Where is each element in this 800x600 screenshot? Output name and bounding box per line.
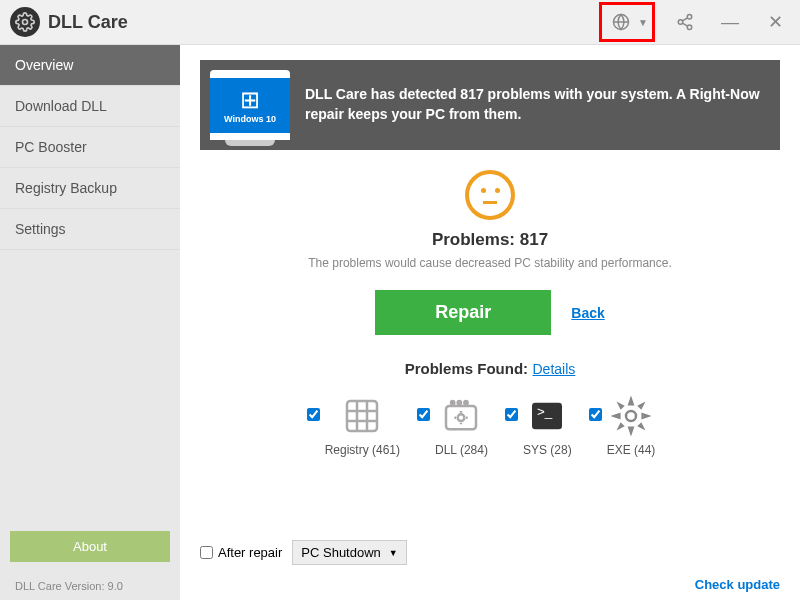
dropdown-value: PC Shutdown (301, 545, 381, 560)
category-label: SYS (28) (523, 443, 572, 457)
after-repair-text: After repair (218, 545, 282, 560)
svg-rect-8 (347, 401, 377, 431)
globe-icon[interactable] (606, 7, 636, 37)
windows-logo-icon: ⊞ (240, 86, 260, 114)
svg-point-15 (458, 401, 461, 404)
problems-description: The problems would cause decreased PC st… (200, 256, 780, 270)
sys-icon: >_ (525, 393, 570, 438)
after-repair-checkbox[interactable] (200, 546, 213, 559)
share-icon[interactable] (670, 7, 700, 37)
sidebar-item-overview[interactable]: Overview (0, 45, 180, 86)
sidebar-item-pc-booster[interactable]: PC Booster (0, 127, 180, 168)
titlebar-buttons: ▼ — ✕ (599, 2, 790, 42)
sidebar: Overview Download DLL PC Booster Registr… (0, 45, 180, 600)
problems-found-section: Problems Found: Details Registry (461) D… (200, 360, 780, 457)
monitor-icon: ⊞ Windows 10 (210, 70, 290, 140)
svg-line-7 (682, 18, 687, 21)
svg-rect-13 (446, 406, 476, 429)
svg-point-17 (458, 414, 465, 421)
after-repair-dropdown[interactable]: PC Shutdown ▼ (292, 540, 406, 565)
main-content: ⊞ Windows 10 DLL Care has detected 817 p… (180, 45, 800, 600)
chevron-down-icon[interactable]: ▼ (638, 17, 648, 28)
svg-point-3 (687, 15, 692, 20)
center-area: Problems: 817 The problems would cause d… (200, 170, 780, 335)
repair-button[interactable]: Repair (375, 290, 551, 335)
category-registry: Registry (461) (325, 393, 400, 457)
category-label: DLL (284) (435, 443, 488, 457)
language-button-highlight: ▼ (599, 2, 655, 42)
svg-point-20 (626, 411, 636, 421)
action-row: Repair Back (200, 290, 780, 335)
neutral-face-icon (465, 170, 515, 220)
svg-text:>_: >_ (537, 404, 553, 419)
details-link[interactable]: Details (533, 361, 576, 377)
svg-point-5 (687, 25, 692, 30)
version-label: DLL Care Version: 9.0 (0, 572, 180, 600)
sidebar-label: Settings (15, 221, 66, 237)
category-label: EXE (44) (607, 443, 656, 457)
minimize-button[interactable]: — (715, 7, 745, 37)
sidebar-label: Download DLL (15, 98, 107, 114)
after-repair-row: After repair PC Shutdown ▼ (200, 540, 407, 565)
detection-banner: ⊞ Windows 10 DLL Care has detected 817 p… (200, 60, 780, 150)
sidebar-item-download-dll[interactable]: Download DLL (0, 86, 180, 127)
sidebar-label: Overview (15, 57, 73, 73)
titlebar: DLL Care ▼ — ✕ (0, 0, 800, 45)
sidebar-label: PC Booster (15, 139, 87, 155)
chevron-down-icon: ▼ (389, 548, 398, 558)
svg-point-0 (23, 20, 28, 25)
category-exe: EXE (44) (607, 393, 656, 457)
category-list: Registry (461) DLL (284) >_ SYS (28) (200, 393, 780, 457)
after-repair-checkbox-label[interactable]: After repair (200, 545, 282, 560)
dll-icon (439, 393, 484, 438)
found-title: Problems Found: (405, 360, 528, 377)
sidebar-spacer (0, 250, 180, 521)
about-button[interactable]: About (10, 531, 170, 562)
registry-checkbox[interactable] (307, 408, 320, 421)
svg-point-16 (465, 401, 468, 404)
exe-checkbox[interactable] (589, 408, 602, 421)
sidebar-item-settings[interactable]: Settings (0, 209, 180, 250)
app-title: DLL Care (48, 12, 599, 33)
dll-checkbox[interactable] (417, 408, 430, 421)
svg-line-6 (682, 23, 687, 26)
app-logo-icon (10, 7, 40, 37)
svg-point-4 (678, 20, 683, 25)
exe-icon (609, 393, 654, 438)
category-sys: >_ SYS (28) (523, 393, 572, 457)
os-label: Windows 10 (224, 114, 276, 124)
registry-icon (340, 393, 385, 438)
svg-point-14 (451, 401, 454, 404)
check-update-link[interactable]: Check update (695, 577, 780, 592)
problems-count: Problems: 817 (200, 230, 780, 250)
main-container: Overview Download DLL PC Booster Registr… (0, 45, 800, 600)
close-button[interactable]: ✕ (760, 7, 790, 37)
monitor-screen: ⊞ Windows 10 (210, 78, 290, 133)
sys-checkbox[interactable] (505, 408, 518, 421)
category-label: Registry (461) (325, 443, 400, 457)
sidebar-item-registry-backup[interactable]: Registry Backup (0, 168, 180, 209)
sidebar-label: Registry Backup (15, 180, 117, 196)
banner-text: DLL Care has detected 817 problems with … (305, 85, 770, 124)
category-dll: DLL (284) (435, 393, 488, 457)
back-link[interactable]: Back (571, 305, 604, 321)
